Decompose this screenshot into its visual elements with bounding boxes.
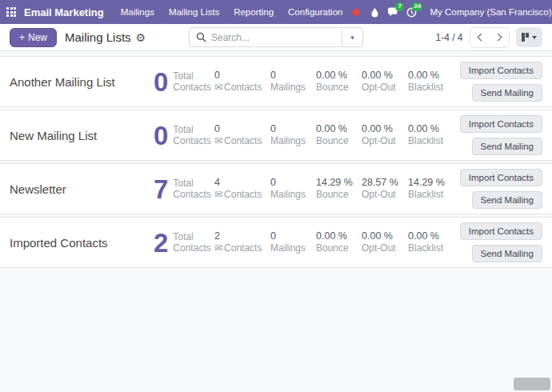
new-button-label: New bbox=[28, 32, 47, 43]
stat-total-contacts[interactable]: 7 TotalContacts bbox=[154, 176, 214, 202]
main-menu: Mailings Mailing Lists Reporting Configu… bbox=[114, 0, 350, 24]
mailing-list-card[interactable]: Another Mailing List 0 TotalContacts 0 ✉… bbox=[0, 56, 552, 107]
card-stats: 7 TotalContacts 4 ✉Contacts 0Mailings 14… bbox=[154, 176, 456, 202]
stat-mailings[interactable]: 0Mailings bbox=[270, 177, 316, 202]
company-switcher[interactable]: My Company (San Francisco) bbox=[423, 7, 552, 17]
card-actions: Import Contacts Send Mailing bbox=[460, 62, 542, 102]
total-contacts-value[interactable]: 0 bbox=[154, 69, 168, 95]
total-contacts-label: TotalContacts bbox=[173, 231, 210, 254]
record-indicator-icon bbox=[350, 6, 362, 18]
send-mailing-button[interactable]: Send Mailing bbox=[472, 138, 542, 155]
search-icon bbox=[196, 32, 206, 42]
plus-icon: + bbox=[19, 32, 25, 43]
chevron-left-icon bbox=[477, 34, 485, 42]
activity-clock-icon[interactable]: 24 bbox=[405, 6, 418, 18]
caret-down-icon bbox=[532, 36, 537, 39]
stat-contacts[interactable]: 0 ✉Contacts bbox=[214, 70, 270, 94]
droplet-icon[interactable] bbox=[368, 6, 381, 18]
envelope-icon: ✉ bbox=[214, 82, 222, 93]
kanban-view-icon bbox=[522, 33, 530, 42]
gear-icon[interactable]: ⚙ bbox=[136, 31, 146, 44]
envelope-icon: ✉ bbox=[214, 242, 222, 254]
envelope-icon: ✉ bbox=[214, 189, 222, 200]
send-mailing-button[interactable]: Send Mailing bbox=[472, 84, 542, 102]
mailing-list-card[interactable]: New Mailing List 0 TotalContacts 0 ✉Cont… bbox=[0, 110, 552, 161]
import-contacts-button[interactable]: Import Contacts bbox=[460, 222, 542, 240]
activity-badge: 24 bbox=[412, 2, 422, 11]
menu-mailing-lists[interactable]: Mailing Lists bbox=[162, 0, 226, 24]
messages-icon[interactable]: 7 bbox=[386, 6, 399, 18]
stat-opt-out: 0.00 %Opt-Out bbox=[362, 230, 408, 255]
kanban-view: Another Mailing List 0 TotalContacts 0 ✉… bbox=[0, 51, 552, 268]
send-mailing-button[interactable]: Send Mailing bbox=[472, 191, 542, 209]
mailing-list-name[interactable]: Another Mailing List bbox=[10, 75, 154, 89]
total-contacts-label: TotalContacts bbox=[173, 124, 210, 147]
mailing-list-card[interactable]: Newsletter 7 TotalContacts 4 ✉Contacts 0… bbox=[0, 163, 552, 214]
top-navbar: Email Marketing Mailings Mailing Lists R… bbox=[0, 0, 552, 24]
stat-total-contacts[interactable]: 0 TotalContacts bbox=[154, 122, 214, 149]
stat-bounce: 0.00 %Bounce bbox=[316, 230, 362, 255]
mailing-list-name[interactable]: Imported Contacts bbox=[10, 236, 154, 250]
scrollbar-horizontal-thumb[interactable] bbox=[514, 378, 550, 390]
stat-blacklist: 14.29 %Blacklist bbox=[408, 177, 456, 202]
stat-opt-out: 28.57 %Opt-Out bbox=[362, 177, 408, 202]
control-panel-right: 1-4 / 4 bbox=[435, 27, 542, 48]
stat-mailings[interactable]: 0Mailings bbox=[270, 70, 316, 94]
stat-mailings[interactable]: 0Mailings bbox=[270, 123, 316, 148]
card-actions: Import Contacts Send Mailing bbox=[460, 169, 542, 209]
pager-previous-button[interactable] bbox=[470, 28, 490, 47]
menu-configuration[interactable]: Configuration bbox=[281, 0, 350, 24]
total-contacts-value[interactable]: 0 bbox=[154, 122, 168, 149]
caret-down-icon: ▾ bbox=[350, 34, 354, 42]
card-actions: Import Contacts Send Mailing bbox=[460, 115, 542, 155]
import-contacts-button[interactable]: Import Contacts bbox=[460, 62, 542, 79]
card-stats: 0 TotalContacts 0 ✉Contacts 0Mailings 0.… bbox=[154, 122, 456, 149]
search-box: ▾ bbox=[189, 27, 363, 47]
pager-range: 1-4 / 4 bbox=[435, 32, 462, 43]
envelope-icon: ✉ bbox=[214, 135, 222, 146]
send-mailing-button[interactable]: Send Mailing bbox=[472, 245, 542, 262]
card-stats: 2 TotalContacts 2 ✉Contacts 0Mailings 0.… bbox=[154, 230, 456, 256]
card-actions: Import Contacts Send Mailing bbox=[460, 222, 542, 262]
menu-reporting[interactable]: Reporting bbox=[226, 0, 281, 24]
pager-next-button[interactable] bbox=[490, 28, 509, 47]
menu-mailings[interactable]: Mailings bbox=[114, 0, 162, 24]
stat-contacts[interactable]: 4 ✉Contacts bbox=[214, 177, 270, 202]
pager-buttons bbox=[470, 27, 510, 48]
control-panel: + New Mailing Lists ⚙ ▾ 1-4 / 4 bbox=[0, 24, 552, 51]
stat-opt-out: 0.00 %Opt-Out bbox=[362, 123, 408, 148]
stat-mailings[interactable]: 0Mailings bbox=[270, 230, 316, 255]
page-title: Mailing Lists bbox=[65, 30, 131, 44]
mailing-list-name[interactable]: New Mailing List bbox=[10, 129, 154, 142]
stat-contacts[interactable]: 2 ✉Contacts bbox=[214, 230, 270, 255]
search-input[interactable] bbox=[211, 32, 342, 43]
stat-blacklist: 0.00 %Blacklist bbox=[408, 230, 456, 255]
total-contacts-value[interactable]: 7 bbox=[154, 176, 168, 202]
import-contacts-button[interactable]: Import Contacts bbox=[460, 115, 542, 133]
new-button[interactable]: + New bbox=[10, 28, 57, 47]
stat-blacklist: 0.00 %Blacklist bbox=[408, 70, 456, 94]
chevron-right-icon bbox=[494, 34, 502, 42]
stat-bounce: 0.00 %Bounce bbox=[316, 70, 362, 94]
stat-opt-out: 0.00 %Opt-Out bbox=[362, 70, 408, 94]
search-dropdown-toggle[interactable]: ▾ bbox=[342, 28, 362, 46]
stat-contacts[interactable]: 0 ✉Contacts bbox=[214, 123, 270, 148]
navbar-systray: 7 24 My Company (San Francisco) bbox=[350, 4, 552, 21]
card-stats: 0 TotalContacts 0 ✉Contacts 0Mailings 0.… bbox=[154, 69, 456, 95]
app-name-menu[interactable]: Email Marketing bbox=[16, 6, 114, 18]
total-contacts-label: TotalContacts bbox=[173, 70, 210, 94]
stat-bounce: 14.29 %Bounce bbox=[316, 177, 362, 202]
apps-grid-icon[interactable] bbox=[6, 3, 16, 21]
mailing-list-card[interactable]: Imported Contacts 2 TotalContacts 2 ✉Con… bbox=[0, 217, 552, 268]
stat-total-contacts[interactable]: 0 TotalContacts bbox=[154, 69, 214, 95]
total-contacts-value[interactable]: 2 bbox=[154, 230, 168, 256]
mailing-list-name[interactable]: Newsletter bbox=[10, 182, 154, 196]
view-switcher-button[interactable] bbox=[516, 27, 543, 47]
stat-blacklist: 0.00 %Blacklist bbox=[408, 123, 456, 148]
stat-bounce: 0.00 %Bounce bbox=[316, 123, 362, 148]
stat-total-contacts[interactable]: 2 TotalContacts bbox=[154, 230, 214, 256]
total-contacts-label: TotalContacts bbox=[173, 178, 210, 201]
import-contacts-button[interactable]: Import Contacts bbox=[460, 169, 542, 186]
messages-badge: 7 bbox=[395, 2, 404, 11]
